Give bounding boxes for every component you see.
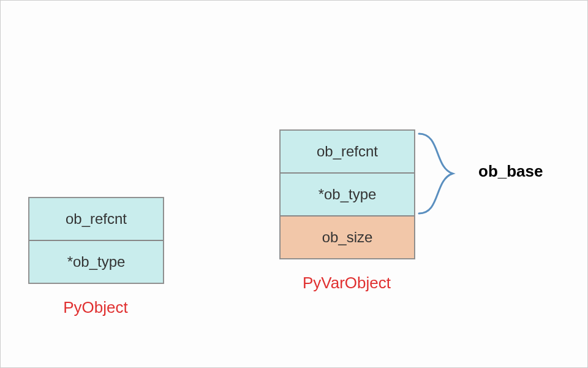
pyvarobject-field-size: ob_size bbox=[280, 216, 415, 259]
pyvarobject-title: PyVarObject bbox=[279, 274, 414, 293]
pyobject-struct: ob_refcnt *ob_type bbox=[28, 197, 164, 284]
pyvarobject-struct: ob_refcnt *ob_type ob_size bbox=[279, 129, 415, 259]
pyobject-field-refcnt: ob_refcnt bbox=[29, 197, 164, 240]
pyvarobject-field-refcnt: ob_refcnt bbox=[280, 130, 415, 173]
brace-icon bbox=[416, 131, 477, 217]
pyvarobject-field-type: *ob_type bbox=[280, 173, 415, 216]
pyobject-title: PyObject bbox=[28, 298, 163, 317]
pyobject-field-type: *ob_type bbox=[29, 240, 164, 283]
ob-base-annotation: ob_base bbox=[478, 162, 543, 181]
